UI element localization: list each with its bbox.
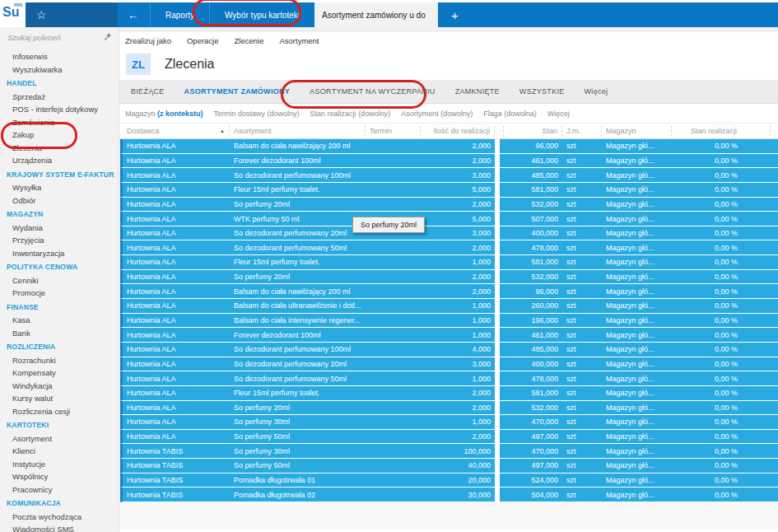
sidebar-item-asortyment[interactable]: Asortyment bbox=[0, 432, 119, 446]
filter-termin-dostawy[interactable]: Termin dostawy (dowolny) bbox=[214, 110, 300, 118]
plus-icon[interactable]: + bbox=[451, 8, 459, 22]
table-row[interactable]: Hurtownia TABISSo perfumy 50ml40,000497,… bbox=[120, 459, 778, 474]
table-row[interactable]: Hurtownia ALAFleur 15ml perfumy toalet.5… bbox=[120, 183, 778, 198]
table-row[interactable]: Hurtownia ALASo dezodorant perfumowany 1… bbox=[120, 168, 778, 183]
table-row[interactable]: Hurtownia ALAForever dezodorant 100ml1,0… bbox=[120, 328, 778, 343]
filter-asortyment[interactable]: Asortyment (dowolny) bbox=[401, 110, 473, 118]
cell-magazyn: Magazyn głó... bbox=[602, 273, 672, 281]
sidebar-section-polityka-cenowa[interactable]: POLITYKA CENOWA bbox=[0, 261, 119, 274]
filter-stan-realizacji[interactable]: Stan realizacji (dowolny) bbox=[310, 110, 391, 118]
table-row[interactable]: Hurtownia ALASo perfumy 30ml1,000470,000… bbox=[120, 415, 778, 430]
sidebar-item-bank[interactable]: Bank bbox=[0, 327, 119, 340]
table-row[interactable]: Hurtownia ALABalsam do ciała intensywnie… bbox=[120, 314, 778, 329]
sidebar-item-przyjęcia[interactable]: Przyjęcia bbox=[0, 234, 119, 247]
topbar-tab-active-document[interactable]: Asortyment zamówiony u do bbox=[314, 2, 438, 27]
sidebar-item-rozrachunki[interactable]: Rozrachunki bbox=[0, 354, 119, 367]
menu-item-asortyment[interactable]: Asortyment bbox=[279, 36, 319, 45]
view-tab-zamknięte[interactable]: ZAMKNIĘTE bbox=[445, 87, 510, 96]
column-header-stan-realizacji[interactable]: Stan realizacji bbox=[672, 126, 771, 137]
topbar-tab-raporty[interactable]: Raporty bbox=[150, 2, 209, 27]
table-row[interactable]: Hurtownia TABISPomadka długotrwała 0120,… bbox=[120, 474, 778, 488]
filter-magazyn[interactable]: Magazyn (z kontekstu) bbox=[125, 110, 203, 118]
column-header-stan[interactable]: Stan bbox=[500, 126, 562, 137]
sidebar-item-pos-interfejs-dotykowy[interactable]: POS - interfejs dotykowy bbox=[0, 103, 119, 116]
table-row[interactable]: Hurtownia ALASo dezodorant perfumowany 5… bbox=[120, 371, 778, 386]
table-row[interactable]: Hurtownia TABISSo perfumy 30ml100,000470… bbox=[120, 444, 778, 459]
topbar-tab-wybor-typu-kartoteki[interactable]: Wybór typu kartoteki bbox=[209, 2, 314, 27]
sidebar-item-zakup[interactable]: Zakup bbox=[0, 128, 119, 142]
filter-więcej[interactable]: Więcej bbox=[547, 110, 570, 118]
column-header-ilosc-do-realizacji[interactable]: Ilość do realizacji bbox=[421, 126, 495, 137]
sidebar-item-kursy-walut[interactable]: Kursy walut bbox=[0, 392, 119, 405]
sidebar-section-komunikacja[interactable]: KOMUNIKACJA bbox=[0, 497, 119, 511]
sidebar-section-magazyn[interactable]: MAGAZYN bbox=[0, 208, 119, 222]
table-row[interactable]: Hurtownia ALASo perfumy 20ml2,000532,000… bbox=[120, 270, 778, 285]
column-header-jm[interactable]: J.m. bbox=[562, 126, 602, 137]
menu-item-zlecenie[interactable]: Zlecenie bbox=[235, 36, 264, 45]
view-tab-asortyment-zamówiony[interactable]: ASORTYMENT ZAMÓWIONY bbox=[175, 87, 300, 96]
table-row[interactable]: Hurtownia ALASo dezodorant perfumowany 2… bbox=[120, 357, 778, 372]
menu-item-zrealizuj-jako[interactable]: Zrealizuj jako bbox=[125, 36, 171, 45]
sidebar-item-promocje[interactable]: Promocje bbox=[0, 287, 119, 300]
column-header-termin[interactable]: Termin bbox=[366, 126, 421, 137]
table-row[interactable]: Hurtownia ALABalsam do ciała ultranawilż… bbox=[120, 299, 778, 314]
sidebar-item-wydania[interactable]: Wydania bbox=[0, 222, 119, 235]
sidebar-item-wspólnicy[interactable]: Wspólnicy bbox=[0, 470, 119, 483]
command-search[interactable]: Szukaj poleceń bbox=[0, 27, 119, 48]
view-tab-asortyment-na-wyczerpaniu[interactable]: ASORTYMENT NA WYCZERPANIU bbox=[300, 87, 445, 96]
sidebar-item-windykacja[interactable]: Windykacja bbox=[0, 380, 119, 393]
view-tab-wszystkie[interactable]: WSZYSTKIE bbox=[510, 87, 575, 96]
sidebar-item-klienci[interactable]: Klienci bbox=[0, 445, 119, 458]
sidebar-item-zamówienia[interactable]: Zamówienia bbox=[0, 116, 119, 129]
sidebar-item-kasa[interactable]: Kasa bbox=[0, 314, 119, 327]
sidebar-item-instytucje[interactable]: Instytucje bbox=[0, 458, 119, 471]
column-header-magazyn[interactable]: Magazyn bbox=[602, 126, 672, 137]
table-row[interactable]: Hurtownia ALASo perfumy 20ml2,000532,000… bbox=[120, 401, 778, 416]
column-header-asortyment[interactable]: Asortyment bbox=[230, 126, 366, 137]
star-icon[interactable]: ☆ bbox=[36, 8, 47, 21]
sidebar-section-krajowy-system-e-faktur[interactable]: KRAJOWY SYSTEM E-FAKTUR bbox=[0, 169, 119, 182]
pin-icon[interactable] bbox=[103, 33, 111, 42]
table-row[interactable]: Hurtownia ALABalsam do ciała nawilżający… bbox=[120, 284, 778, 299]
sidebar-section-finanse[interactable]: FINANSE bbox=[0, 301, 119, 315]
column-header-label: Magazyn bbox=[606, 127, 636, 135]
sidebar-item-inwentaryzacja[interactable]: Inwentaryzacja bbox=[0, 247, 119, 260]
sidebar-item-poczta-wychodząca[interactable]: Poczta wychodząca bbox=[0, 511, 119, 524]
column-header-dostawca[interactable]: Dostawca▲ bbox=[123, 126, 230, 137]
sidebar-item-urządzenia[interactable]: Urządzenia bbox=[0, 154, 119, 167]
sidebar-item-zlecenia[interactable]: Zlecenia bbox=[0, 142, 119, 155]
table-row[interactable]: Hurtownia ALAForever dezodorant 100ml2,0… bbox=[120, 154, 778, 169]
sidebar-item-rozliczenia-cesji[interactable]: Rozliczenia cesji bbox=[0, 405, 119, 418]
sidebar: Szukaj poleceń InfoserwisWyszukiwarkaHAN… bbox=[0, 27, 119, 532]
view-tab-więcej[interactable]: Więcej bbox=[575, 87, 618, 96]
sidebar-item-pracownicy[interactable]: Pracownicy bbox=[0, 483, 119, 497]
cell-stan: 485,000 bbox=[500, 345, 562, 353]
table-row[interactable]: Hurtownia ALASo perfumy 20ml2,000532,000… bbox=[120, 198, 778, 212]
search-input[interactable]: Szukaj poleceń bbox=[7, 33, 103, 42]
sidebar-section-kartoteki[interactable]: KARTOTEKI bbox=[0, 419, 119, 432]
table-row[interactable]: Hurtownia ALABalsam do ciała nawilżający… bbox=[120, 139, 778, 154]
sidebar-item-cenniki[interactable]: Cenniki bbox=[0, 274, 119, 287]
menu-item-operacje[interactable]: Operacje bbox=[187, 36, 219, 45]
back-arrow-icon[interactable]: ← bbox=[128, 9, 138, 21]
sidebar-item-wysyłka[interactable]: Wysyłka bbox=[0, 181, 119, 194]
table-row[interactable]: Hurtownia ALAFleur 15ml perfumy toalet.1… bbox=[120, 255, 778, 270]
table-row[interactable]: Hurtownia ALAFleur 15ml perfumy toalet.2… bbox=[120, 386, 778, 401]
sidebar-section-rozliczenia[interactable]: ROZLICZENIA bbox=[0, 341, 119, 354]
table-row[interactable]: Hurtownia ALAWTK perfumy 50 ml5,000507,0… bbox=[120, 212, 778, 226]
sidebar-item-wiadomości-sms[interactable]: Wiadomości SMS bbox=[0, 523, 119, 532]
sidebar-item-odbiór[interactable]: Odbiór bbox=[0, 194, 119, 208]
table-row[interactable]: Hurtownia ALASo dezodorant perfumowany 1… bbox=[120, 343, 778, 357]
filter-flaga[interactable]: Flaga (dowolna) bbox=[483, 110, 537, 118]
table-row[interactable]: Hurtownia ALASo dezodorant perfumowany 2… bbox=[120, 226, 778, 241]
table-row[interactable]: Hurtownia TABISPomadka długotrwała 0230,… bbox=[120, 488, 778, 502]
sidebar-item-sprzedaż[interactable]: Sprzedaż bbox=[0, 91, 119, 104]
sidebar-item-wyszukiwarka[interactable]: Wyszukiwarka bbox=[0, 63, 119, 77]
table-row[interactable]: Hurtownia ALASo perfumy 50ml2,000497,000… bbox=[120, 430, 778, 445]
sidebar-section-handel[interactable]: HANDEL bbox=[0, 77, 119, 91]
app-logo[interactable]: Su PRO bbox=[0, 2, 26, 27]
table-row[interactable]: Hurtownia ALASo dezodorant perfumowany 5… bbox=[120, 240, 778, 255]
sidebar-item-infoserwis[interactable]: Infoserwis bbox=[0, 50, 119, 63]
view-tab-bieżące[interactable]: BIEŻĄCE bbox=[121, 87, 175, 96]
sidebar-item-kompensaty[interactable]: Kompensaty bbox=[0, 366, 119, 380]
